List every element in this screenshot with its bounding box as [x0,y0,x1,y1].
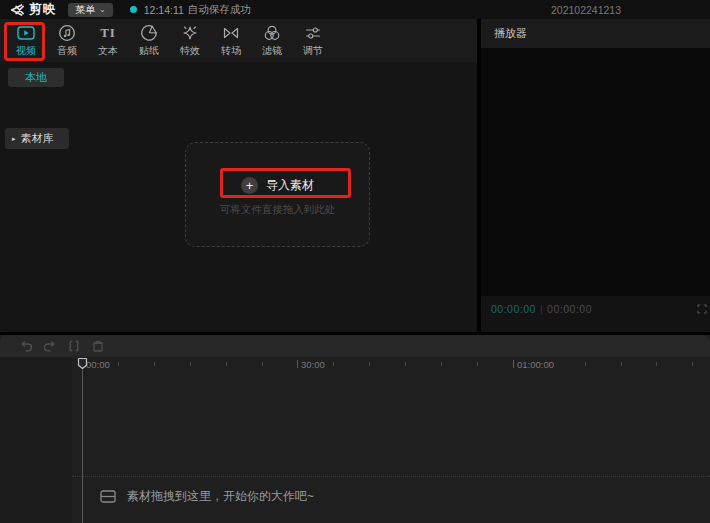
ruler-tick [154,362,155,366]
player-panel: 播放器 00:00:00|00:00:00 [481,19,710,332]
autosave-status-text: 自动保存成功 [188,3,251,17]
player-header: 播放器 [481,19,710,48]
sticker-icon [140,24,158,42]
project-title: 202102241213 [481,4,691,16]
player-title: 播放器 [494,26,527,41]
ruler-tick [405,362,406,366]
ruler-tick [262,362,263,366]
import-button-label: 导入素材 [266,177,314,194]
capcut-logo-icon [9,3,25,17]
tab-label: 滤镜 [262,44,282,58]
tab-sticker[interactable]: 贴纸 [129,21,169,61]
video-icon [17,24,35,42]
sidebar-library-label: 素材库 [21,131,54,146]
player-footer: 00:00:00|00:00:00 [481,296,710,332]
ruler-label-30: 30:00 [301,359,325,370]
timeline-empty-hint-text: 素材拖拽到这里，开始你的大作吧~ [127,488,314,505]
text-icon: TI [100,24,116,42]
tab-text[interactable]: TI 文本 [88,21,128,61]
tab-label: 调节 [303,44,323,58]
chevron-down-icon: ⌄ [99,6,106,14]
sidebar-item-material-library[interactable]: ▸ 素材库 [5,128,69,149]
ruler-tick [190,362,191,366]
autosave-time: 12:14:11 [144,4,184,16]
ruler-tick [226,362,227,366]
import-hint-text: 可将文件直接拖入到此处 [186,203,369,217]
sidebar-local-label: 本地 [25,70,47,85]
tab-label: 文本 [98,44,118,58]
delete-icon[interactable] [89,337,107,355]
transition-icon [222,24,240,42]
ruler-tick [118,362,119,366]
media-panel: 视频 音频 TI 文本 贴纸 [0,19,477,332]
app-logo: 剪映 [9,1,56,18]
import-drop-zone[interactable]: + 导入素材 可将文件直接拖入到此处 [185,142,370,247]
sidebar-item-local[interactable]: 本地 [8,68,64,87]
split-icon[interactable] [65,337,83,355]
track-header-column [0,357,72,523]
tab-adjust[interactable]: 调节 [293,21,333,61]
ruler-tick [369,362,370,366]
timeline-ruler[interactable]: 00:00 30:00 01:00:00 [0,357,710,373]
media-sidebar: 本地 ▸ 素材库 [0,62,76,332]
tab-filter[interactable]: 滤镜 [252,21,292,61]
ruler-tick [513,360,514,368]
timeline-empty-hint: 素材拖拽到这里，开始你的大作吧~ [100,488,314,505]
top-bar: 剪映 菜单 ⌄ 12:14:11 自动保存成功 202102241213 [0,0,710,19]
tab-label: 音频 [57,44,77,58]
menu-label: 菜单 [75,3,95,17]
capcut-app-window: 剪映 菜单 ⌄ 12:14:11 自动保存成功 202102241213 视频 … [0,0,710,523]
track-drop-guide [72,476,710,477]
ruler-tick [585,362,586,366]
ruler-tick [656,362,657,366]
effects-icon [181,24,199,42]
menu-button[interactable]: 菜单 ⌄ [68,3,113,17]
undo-icon[interactable] [17,337,35,355]
adjust-icon [304,24,322,42]
ruler-tick [477,362,478,366]
media-content-area: + 导入素材 可将文件直接拖入到此处 [76,62,477,332]
tab-label: 转场 [221,44,241,58]
plus-icon: + [241,177,258,194]
media-tabs-bar: 视频 音频 TI 文本 贴纸 [0,19,477,62]
autosave-status-dot [130,6,137,13]
tab-transition[interactable]: 转场 [211,21,251,61]
app-name: 剪映 [29,1,56,18]
ruler-tick [441,362,442,366]
import-material-button[interactable]: + 导入素材 [186,173,369,197]
tab-effects[interactable]: 特效 [170,21,210,61]
timeline-panel: 00:00 30:00 01:00:00 素材拖拽到这里，开始你的大作吧~ [0,335,710,523]
ruler-tick [692,362,693,366]
total-time: 00:00:00 [547,303,592,315]
media-track-icon [100,490,116,503]
tab-label: 贴纸 [139,44,159,58]
audio-icon [58,24,76,42]
collapse-arrow-icon: ▸ [12,135,16,143]
tab-label: 视频 [16,44,36,58]
fullscreen-icon[interactable] [697,304,707,314]
timeline-toolbar [0,335,710,357]
playhead-handle[interactable] [77,357,88,370]
ruler-label-0: 00:00 [86,359,110,370]
playhead-line[interactable] [82,369,83,523]
timecode-divider: | [540,303,543,315]
tab-video[interactable]: 视频 [6,21,46,61]
ruler-tick [333,362,334,366]
ruler-tick [297,360,298,368]
player-timecode: 00:00:00|00:00:00 [491,303,592,315]
tab-label: 特效 [180,44,200,58]
current-time: 00:00:00 [491,303,536,315]
redo-icon[interactable] [41,337,59,355]
tab-audio[interactable]: 音频 [47,21,87,61]
ruler-tick [621,362,622,366]
ruler-label-60: 01:00:00 [517,359,554,370]
filter-icon [263,24,281,42]
